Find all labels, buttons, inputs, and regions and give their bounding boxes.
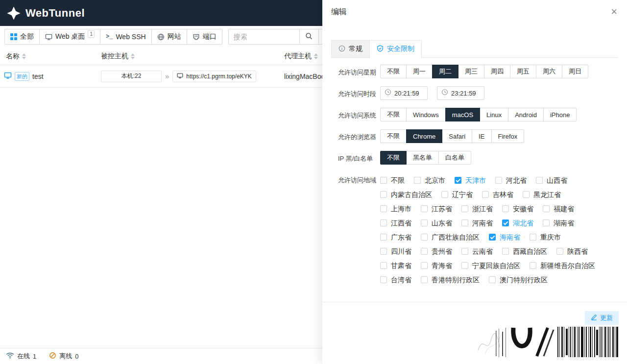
checkbox-icon[interactable] — [489, 276, 496, 283]
region-checkbox-黑龙江省[interactable]: 黑龙江省 — [523, 190, 561, 199]
option-周三[interactable]: 周三 — [458, 65, 484, 78]
region-checkbox-宁夏回族自治区[interactable]: 宁夏回族自治区 — [461, 261, 520, 270]
region-checkbox-浙江省[interactable]: 浙江省 — [461, 204, 493, 214]
start-time-input[interactable] — [394, 90, 425, 97]
checkbox-icon[interactable] — [530, 234, 536, 241]
region-checkbox-湖南省[interactable]: 湖南省 — [543, 218, 574, 228]
region-checkbox-青海省[interactable]: 青海省 — [421, 261, 452, 270]
region-checkbox-澳门特别行政区[interactable]: 澳门特别行政区 — [489, 275, 548, 285]
checkbox-icon[interactable] — [421, 234, 428, 241]
checkbox-icon[interactable] — [441, 191, 448, 198]
start-time-field[interactable] — [380, 86, 428, 100]
tunnel-url-link[interactable]: https://c1.pgrm.top/eKYK — [172, 71, 256, 82]
region-checkbox-台湾省[interactable]: 台湾省 — [380, 275, 411, 285]
option-Chrome[interactable]: Chrome — [406, 129, 442, 143]
option-iPhone[interactable]: iPhone — [543, 108, 577, 121]
option-周二[interactable]: 周二 — [432, 65, 458, 78]
region-checkbox-福建省[interactable]: 福建省 — [543, 204, 574, 214]
option-黑名单[interactable]: 黑名单 — [406, 151, 439, 165]
region-checkbox-陕西省[interactable]: 陕西省 — [556, 246, 588, 256]
option-周四[interactable]: 周四 — [484, 65, 510, 78]
checkbox-icon[interactable] — [414, 177, 421, 184]
option-不限[interactable]: 不限 — [380, 65, 407, 78]
option-不限[interactable]: 不限 — [380, 108, 407, 121]
option-周日[interactable]: 周日 — [562, 65, 588, 78]
checkbox-icon[interactable] — [421, 262, 428, 269]
checkbox-icon[interactable] — [421, 219, 428, 226]
region-checkbox-湖北省[interactable]: 湖北省 — [502, 218, 533, 228]
checkbox-checked-icon[interactable] — [489, 234, 496, 241]
option-Firefox[interactable]: Firefox — [491, 129, 525, 143]
region-checkbox-江苏省[interactable]: 江苏省 — [421, 204, 452, 214]
checkbox-icon[interactable] — [482, 191, 489, 198]
option-Android[interactable]: Android — [508, 108, 544, 121]
checkbox-icon[interactable] — [421, 248, 428, 255]
search-input[interactable] — [228, 29, 300, 45]
checkbox-icon[interactable] — [380, 191, 387, 198]
checkbox-icon[interactable] — [421, 205, 428, 212]
region-checkbox-内蒙古自治区[interactable]: 内蒙古自治区 — [380, 190, 432, 199]
checkbox-icon[interactable] — [502, 205, 509, 212]
checkbox-icon[interactable] — [380, 234, 387, 241]
sort-icon[interactable] — [22, 53, 26, 59]
option-Linux[interactable]: Linux — [480, 108, 508, 121]
region-checkbox-广东省[interactable]: 广东省 — [380, 232, 411, 242]
option-Safari[interactable]: Safari — [442, 129, 472, 143]
checkbox-icon[interactable] — [556, 248, 563, 255]
checkbox-icon[interactable] — [543, 219, 550, 226]
region-checkbox-山西省[interactable]: 山西省 — [536, 175, 567, 185]
region-checkbox-安徽省[interactable]: 安徽省 — [502, 204, 533, 214]
checkbox-icon[interactable] — [461, 205, 468, 212]
region-checkbox-海南省[interactable]: 海南省 — [489, 232, 520, 242]
option-Windows[interactable]: Windows — [406, 108, 446, 121]
region-checkbox-香港特别行政区[interactable]: 香港特别行政区 — [421, 275, 480, 285]
tab-general[interactable]: 常规 — [331, 40, 370, 57]
end-time-input[interactable] — [451, 90, 482, 97]
option-周五[interactable]: 周五 — [510, 65, 536, 78]
region-checkbox-天津市[interactable]: 天津市 — [455, 175, 486, 185]
checkbox-icon[interactable] — [421, 276, 428, 283]
region-checkbox-贵州省[interactable]: 贵州省 — [421, 246, 452, 256]
checkbox-checked-icon[interactable] — [502, 219, 509, 226]
checkbox-icon[interactable] — [380, 219, 387, 226]
sort-icon[interactable] — [314, 53, 318, 59]
option-不限[interactable]: 不限 — [380, 151, 407, 165]
tab-security[interactable]: 安全限制 — [369, 40, 422, 57]
checkbox-icon[interactable] — [461, 219, 468, 226]
checkbox-checked-icon[interactable] — [455, 177, 461, 184]
region-checkbox-江西省[interactable]: 江西省 — [380, 218, 411, 228]
region-checkbox-河北省[interactable]: 河北省 — [495, 175, 527, 185]
region-checkbox-新疆维吾尔自治区[interactable]: 新疆维吾尔自治区 — [530, 261, 595, 270]
region-checkbox-甘肃省[interactable]: 甘肃省 — [380, 261, 411, 270]
checkbox-icon[interactable] — [461, 248, 468, 255]
region-checkbox-吉林省[interactable]: 吉林省 — [482, 190, 513, 199]
region-checkbox-不限[interactable]: 不限 — [380, 175, 405, 185]
option-macOS[interactable]: macOS — [445, 108, 480, 121]
checkbox-icon[interactable] — [530, 262, 536, 269]
close-icon[interactable]: × — [610, 7, 618, 17]
region-checkbox-北京市[interactable]: 北京市 — [414, 175, 445, 185]
website-button[interactable]: 网站 — [151, 29, 187, 45]
checkbox-icon[interactable] — [380, 177, 387, 184]
region-checkbox-山东省[interactable]: 山东省 — [421, 218, 452, 228]
end-time-field[interactable] — [437, 86, 484, 100]
port-button[interactable]: 端口 — [187, 29, 222, 45]
checkbox-icon[interactable] — [461, 262, 468, 269]
region-checkbox-西藏自治区[interactable]: 西藏自治区 — [502, 246, 547, 256]
checkbox-icon[interactable] — [543, 205, 550, 212]
region-checkbox-重庆市[interactable]: 重庆市 — [530, 232, 561, 242]
region-checkbox-广西壮族自治区[interactable]: 广西壮族自治区 — [421, 232, 480, 242]
checkbox-icon[interactable] — [380, 262, 387, 269]
option-IE[interactable]: IE — [472, 129, 491, 143]
web-ssh-button[interactable]: >_ Web SSH — [100, 29, 152, 45]
checkbox-icon[interactable] — [380, 276, 387, 283]
region-checkbox-四川省[interactable]: 四川省 — [380, 246, 411, 256]
region-checkbox-云南省[interactable]: 云南省 — [461, 246, 493, 256]
all-button[interactable]: 全部 — [4, 29, 40, 45]
option-周一[interactable]: 周一 — [406, 65, 433, 78]
sort-icon[interactable] — [131, 53, 135, 59]
checkbox-icon[interactable] — [502, 248, 509, 255]
checkbox-icon[interactable] — [495, 177, 502, 184]
option-不限[interactable]: 不限 — [380, 129, 407, 143]
web-desktop-button[interactable]: Web 桌面 1 — [39, 29, 100, 45]
